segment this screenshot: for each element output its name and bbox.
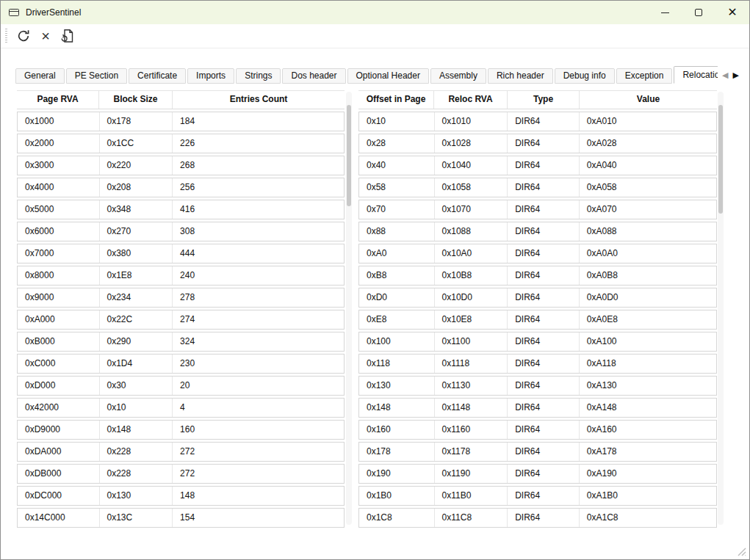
minimize-icon xyxy=(661,12,669,13)
tab-debug-info[interactable]: Debug info xyxy=(555,68,615,84)
tab-relocation[interactable]: Relocation xyxy=(674,66,718,84)
table-cell: 0xA118 xyxy=(580,354,716,373)
table-row[interactable]: 0x580x1058DIR640xA058 xyxy=(358,178,717,197)
table-cell: 0x5000 xyxy=(18,200,100,219)
column-header[interactable]: Offset in Page xyxy=(358,91,434,109)
table-cell: DIR64 xyxy=(508,200,580,219)
maximize-button[interactable] xyxy=(682,1,715,24)
table-row[interactable]: 0x40000x208256 xyxy=(17,178,345,197)
column-header[interactable]: Type xyxy=(508,91,580,109)
clear-button[interactable]: × xyxy=(35,26,56,46)
table-cell: 0xA058 xyxy=(580,178,716,197)
table-row[interactable]: 0x1B00x11B0DIR640xA1B0 xyxy=(358,486,717,506)
table-row[interactable]: 0xDC0000x130148 xyxy=(17,486,345,506)
table-cell: 4 xyxy=(173,399,344,417)
table-row[interactable]: 0x1600x1160DIR640xA160 xyxy=(358,420,717,440)
blocks-table-header: Page RVABlock SizeEntries Count xyxy=(17,90,345,109)
table-row[interactable]: 0xC0000x1D4230 xyxy=(17,354,345,374)
table-row[interactable]: 0x400x1040DIR640xA040 xyxy=(358,156,717,175)
table-row[interactable]: 0x1780x1178DIR640xA178 xyxy=(358,442,717,462)
table-row[interactable]: 0xB0000x290324 xyxy=(17,332,345,352)
tab-scroll-right-icon[interactable]: ▶ xyxy=(733,70,739,80)
table-row[interactable]: 0x1180x1118DIR640xA118 xyxy=(358,354,717,374)
table-row[interactable]: 0xA0000x22C274 xyxy=(17,310,345,330)
table-row[interactable]: 0x880x1088DIR640xA088 xyxy=(358,222,717,241)
table-cell: 0xA0A0 xyxy=(580,244,716,263)
column-header[interactable]: Page RVA xyxy=(17,91,99,109)
tab-assembly[interactable]: Assembly xyxy=(430,68,486,84)
table-row[interactable]: 0xDA0000x228272 xyxy=(17,442,345,462)
entries-table-scrollbar[interactable] xyxy=(718,92,724,525)
tab-optional-header[interactable]: Optional Header xyxy=(347,68,429,84)
table-row[interactable]: 0xA00x10A0DIR640xA0A0 xyxy=(358,244,717,263)
table-row[interactable]: 0x80000x1E8240 xyxy=(17,266,345,286)
table-row[interactable]: 0x20000x1CC226 xyxy=(17,134,345,153)
table-row[interactable]: 0xB80x10B8DIR640xA0B8 xyxy=(358,266,717,286)
table-cell: 0x228 xyxy=(100,465,173,483)
table-row[interactable]: 0xDB0000x228272 xyxy=(17,464,345,484)
tab-rich-header[interactable]: Rich header xyxy=(488,68,553,84)
relocation-entries-table: Offset in PageReloc RVATypeValue 0x100x1… xyxy=(358,90,717,528)
table-row[interactable]: 0xD90000x148160 xyxy=(17,420,345,440)
table-cell: 148 xyxy=(173,487,344,505)
column-header[interactable]: Entries Count xyxy=(173,91,345,109)
tab-pe-section[interactable]: PE Section xyxy=(66,68,127,84)
blocks-table-body: 0x10000x1781840x20000x1CC2260x30000x2202… xyxy=(17,112,345,528)
tab-strip: GeneralPE SectionCertificateImportsStrin… xyxy=(15,66,739,84)
table-row[interactable]: 0x60000x270308 xyxy=(17,222,345,241)
minimize-button[interactable] xyxy=(648,1,682,24)
table-row[interactable]: 0x1300x1130DIR640xA130 xyxy=(358,376,717,396)
column-header[interactable]: Value xyxy=(580,91,717,109)
table-row[interactable]: 0x10000x178184 xyxy=(17,112,345,131)
column-header[interactable]: Reloc RVA xyxy=(434,91,508,109)
table-cell: 0xA000 xyxy=(18,310,100,329)
table-cell: 226 xyxy=(173,134,344,153)
export-report-button[interactable] xyxy=(57,26,78,46)
blocks-table-scrollbar[interactable] xyxy=(346,92,352,525)
table-cell: 0xA0B8 xyxy=(580,266,716,285)
refresh-button[interactable] xyxy=(13,26,34,46)
table-row[interactable]: 0x100x1010DIR640xA010 xyxy=(358,112,717,131)
table-cell: 272 xyxy=(173,465,344,483)
tab-scroll-left-icon[interactable]: ◀ xyxy=(722,70,728,80)
table-cell: DIR64 xyxy=(508,156,580,175)
blocks-scrollbar-thumb[interactable] xyxy=(347,105,351,206)
table-row[interactable]: 0xD00x10D0DIR640xA0D0 xyxy=(358,288,717,308)
entries-scrollbar-thumb[interactable] xyxy=(718,105,723,214)
table-cell: 256 xyxy=(173,178,344,197)
table-cell: 0xA148 xyxy=(580,399,716,417)
table-cell: 0x190 xyxy=(359,465,435,483)
table-cell: 0x14C000 xyxy=(18,509,100,527)
table-row[interactable]: 0xD0000x3020 xyxy=(17,376,345,396)
table-row[interactable]: 0x1000x1100DIR640xA100 xyxy=(358,332,717,352)
table-row[interactable]: 0x14C0000x13C154 xyxy=(17,508,345,528)
table-row[interactable]: 0x70000x380444 xyxy=(17,244,345,263)
table-row[interactable]: 0x90000x234278 xyxy=(17,288,345,308)
table-cell: 0x118 xyxy=(359,354,435,373)
table-row[interactable]: 0x420000x104 xyxy=(17,398,345,418)
table-cell: 324 xyxy=(173,332,344,351)
table-cell: DIR64 xyxy=(508,377,580,395)
tab-general[interactable]: General xyxy=(15,68,65,84)
close-button[interactable]: ✕ xyxy=(715,1,749,24)
tab-scroll-buttons: ◀ ▶ xyxy=(718,66,739,84)
tab-strings[interactable]: Strings xyxy=(236,68,281,84)
column-header[interactable]: Block Size xyxy=(99,91,173,109)
app-window: { "window": { "title": "DriverSentinel" … xyxy=(0,0,750,560)
tab-dos-header[interactable]: Dos header xyxy=(282,68,345,84)
table-row[interactable]: 0x1480x1148DIR640xA148 xyxy=(358,398,717,418)
table-cell: 0xD0 xyxy=(359,288,435,307)
table-row[interactable]: 0xE80x10E8DIR640xA0E8 xyxy=(358,310,717,330)
table-row[interactable]: 0x280x1028DIR640xA028 xyxy=(358,134,717,153)
table-cell: 0xB000 xyxy=(18,332,100,351)
table-row[interactable]: 0x700x1070DIR640xA070 xyxy=(358,200,717,219)
table-row[interactable]: 0x50000x348416 xyxy=(17,200,345,219)
tab-imports[interactable]: Imports xyxy=(187,68,234,84)
resize-grip[interactable] xyxy=(736,546,746,556)
table-row[interactable]: 0x1C80x11C8DIR640xA1C8 xyxy=(358,508,717,528)
tab-certificate[interactable]: Certificate xyxy=(129,68,186,84)
table-row[interactable]: 0x30000x220268 xyxy=(17,156,345,175)
tab-exception[interactable]: Exception xyxy=(616,68,673,84)
table-cell: 0x228 xyxy=(100,443,173,461)
table-row[interactable]: 0x1900x1190DIR640xA190 xyxy=(358,464,717,484)
